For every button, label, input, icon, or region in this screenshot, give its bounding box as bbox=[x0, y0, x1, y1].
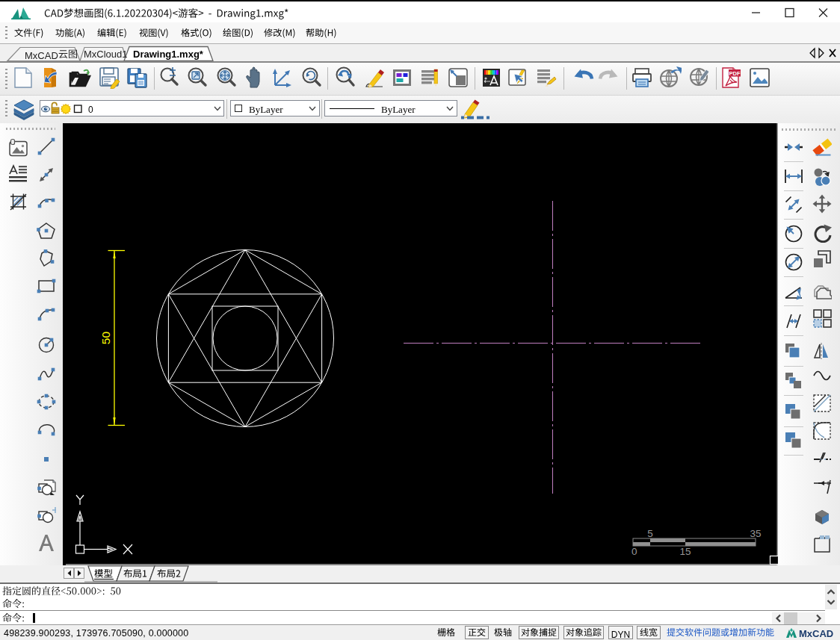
svg-text:PDF: PDF bbox=[729, 70, 741, 77]
svg-text:50: 50 bbox=[99, 332, 112, 345]
svg-text:0: 0 bbox=[631, 546, 637, 557]
svg-text:35: 35 bbox=[750, 528, 761, 539]
svg-text:15: 15 bbox=[679, 546, 691, 557]
svg-text:5: 5 bbox=[647, 528, 653, 539]
